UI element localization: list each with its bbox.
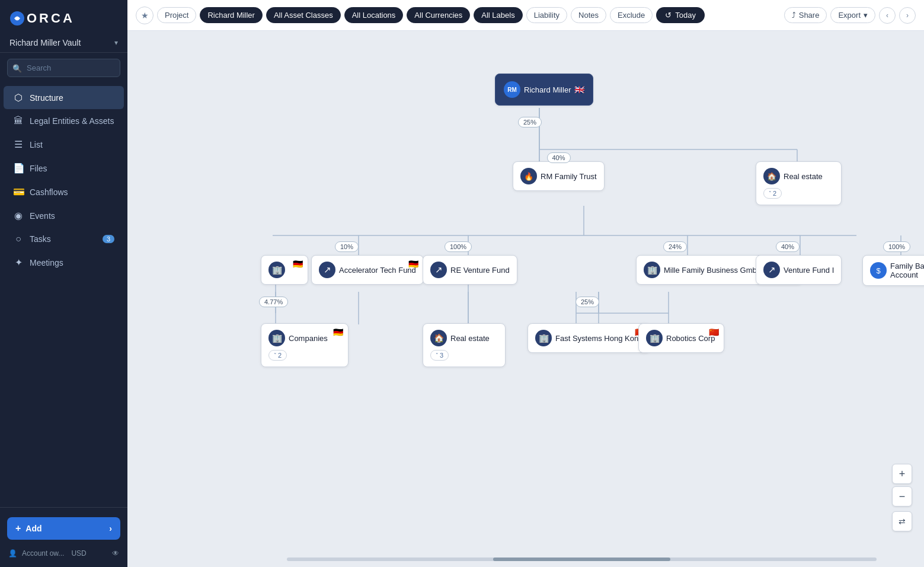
share-label: Share — [799, 11, 820, 20]
bank-icon: $ — [870, 262, 887, 279]
add-button[interactable]: + Add › — [7, 517, 120, 540]
companies-expand-badge[interactable]: ˅ 2 — [268, 350, 287, 361]
connections-svg — [127, 31, 924, 567]
pct-40-rm-family: 40% — [546, 152, 570, 163]
logo-area: ORCA — [0, 0, 127, 33]
project-button[interactable]: Project — [157, 7, 196, 23]
richard-miller-node[interactable]: RM Richard Miller 🇬🇧 — [495, 74, 593, 106]
canvas-scrollbar-thumb[interactable] — [493, 558, 670, 561]
re-bot-expand-chevron-icon: ˅ — [436, 352, 439, 358]
star-button[interactable]: ★ — [136, 7, 154, 24]
companies-node[interactable]: 🇩🇪 🏢 Companies ˅ 2 — [261, 323, 349, 367]
structure-canvas[interactable]: RM Richard Miller 🇬🇧 25% 40% 🔥 RM Family… — [127, 31, 924, 567]
visibility-icon[interactable]: 👁 — [112, 549, 119, 558]
rm-family-trust-title: RM Family Trust — [541, 172, 597, 181]
fire-icon: 🔥 — [520, 168, 537, 184]
building-icon-partial: 🏢 — [268, 262, 285, 278]
building-icon-companies: 🏢 — [268, 330, 285, 346]
pct-24-mille: 24% — [663, 241, 687, 252]
add-arrow-icon: › — [109, 524, 112, 533]
sidebar-item-label: Files — [30, 164, 47, 173]
sidebar-item-label: Meetings — [30, 258, 63, 267]
exclude-button[interactable]: Exclude — [610, 7, 653, 23]
re-venture-node[interactable]: ↗ RE Venture Fund — [423, 255, 517, 285]
sidebar-item-files[interactable]: 📄 Files — [4, 157, 124, 180]
rm-avatar: RM — [504, 81, 520, 98]
sidebar-item-list[interactable]: ☰ List — [4, 133, 124, 156]
sidebar-item-label: Tasks — [30, 234, 51, 244]
pct-10-accelerator: 10% — [335, 241, 359, 252]
currencies-filter[interactable]: All Currencies — [407, 7, 470, 23]
files-icon: 📄 — [13, 163, 24, 174]
project-label: Project — [165, 11, 188, 20]
sidebar-item-events[interactable]: ◉ Events — [4, 204, 124, 227]
locations-label: All Locations — [352, 11, 396, 20]
re-venture-title: RE Venture Fund — [450, 266, 510, 275]
cn-flag-icon: 🇨🇳 — [709, 327, 719, 337]
vault-selector[interactable]: Richard Miller Vault ▾ — [0, 33, 127, 53]
real-estate-expand-badge[interactable]: ˅ 2 — [763, 188, 782, 199]
richard-miller-filter[interactable]: Richard Miller — [200, 7, 262, 23]
zoom-in-button[interactable]: + — [892, 464, 912, 484]
exclude-label: Exclude — [618, 11, 645, 20]
partial-left-node[interactable]: 🇩🇪 🏢 — [261, 255, 308, 285]
today-button[interactable]: ↺ Today — [656, 7, 705, 23]
robotics-corp-node[interactable]: 🇨🇳 🏢 Robotics Corp — [638, 323, 724, 353]
sidebar-item-label: Legal Entities & Assets — [30, 116, 114, 126]
zoom-controls: + − ⇄ — [892, 464, 912, 531]
real-estate-top-node[interactable]: 🏠 Real estate ˅ 2 — [756, 161, 842, 205]
sidebar-item-meetings[interactable]: ✦ Meetings — [4, 251, 124, 274]
main-content: ★ Project Richard Miller All Asset Class… — [127, 0, 924, 567]
canvas-scrollbar[interactable] — [287, 558, 877, 561]
canvas-settings-button[interactable]: ⇄ — [892, 511, 912, 531]
labels-label: All Labels — [481, 11, 514, 20]
sidebar-item-legal[interactable]: 🏛 Legal Entities & Assets — [4, 110, 124, 132]
pct-25-top: 25% — [518, 117, 542, 128]
pct-40-venture: 40% — [776, 241, 800, 252]
growth-icon-acc: ↗ — [319, 262, 335, 278]
nav-forward-button[interactable]: › — [899, 7, 916, 24]
tasks-icon: ○ — [13, 234, 24, 244]
asset-classes-label: All Asset Classes — [274, 11, 333, 20]
real-estate-bot-node[interactable]: 🏠 Real estate ˅ 3 — [423, 323, 506, 367]
family-bank-title: Family Bank Account — [890, 262, 924, 279]
liability-button[interactable]: Liability — [526, 7, 567, 23]
accelerator-node[interactable]: 🇩🇪 ↗ Accelerator Tech Fund — [311, 255, 424, 285]
sidebar-bottom: + Add › 👤 Account ow... USD 👁 — [0, 507, 127, 567]
rm-family-trust-node[interactable]: 40% 🔥 RM Family Trust — [513, 161, 605, 191]
notes-button[interactable]: Notes — [571, 7, 606, 23]
logo-text: ORCA — [27, 11, 75, 26]
share-button[interactable]: ⤴ Share — [784, 7, 827, 23]
companies-title: Companies — [289, 334, 328, 343]
account-label: Account ow... — [22, 549, 64, 558]
uk-flag-icon: 🇬🇧 — [574, 85, 584, 94]
sidebar-item-structure[interactable]: ⬡ Structure — [4, 86, 124, 109]
expand-count: 2 — [773, 190, 776, 197]
zoom-out-button[interactable]: − — [892, 486, 912, 507]
sidebar-item-cashflows[interactable]: 💳 Cashflows — [4, 180, 124, 203]
account-row: 👤 Account ow... USD 👁 — [0, 544, 127, 562]
currency-label: USD — [71, 549, 86, 558]
export-button[interactable]: Export ▾ — [830, 7, 875, 23]
companies-expand-chevron-icon: ˅ — [274, 352, 277, 358]
toolbar: ★ Project Richard Miller All Asset Class… — [127, 0, 924, 31]
vault-name: Richard Miller Vault — [9, 38, 81, 47]
locations-filter[interactable]: All Locations — [344, 7, 404, 23]
venture-fund-node[interactable]: ↗ Venture Fund I — [756, 255, 842, 285]
liability-label: Liability — [534, 11, 559, 20]
nav-back-button[interactable]: ‹ — [879, 7, 896, 24]
real-estate-bot-expand-badge[interactable]: ˅ 3 — [430, 350, 449, 361]
pct-100-family-bank: 100% — [883, 241, 910, 252]
building-icon-mille: 🏢 — [644, 262, 660, 278]
asset-classes-filter[interactable]: All Asset Classes — [266, 7, 341, 23]
fast-systems-node[interactable]: 🇭🇰 🏢 Fast Systems Hong Kong — [527, 323, 650, 353]
search-input[interactable] — [7, 59, 120, 77]
labels-filter[interactable]: All Labels — [474, 7, 522, 23]
export-chevron-icon: ▾ — [864, 11, 868, 20]
account-user-icon: 👤 — [8, 549, 17, 558]
currencies-label: All Currencies — [414, 11, 462, 20]
cashflows-icon: 💳 — [13, 186, 24, 198]
sidebar-item-tasks[interactable]: ○ Tasks 3 — [4, 228, 124, 250]
legal-icon: 🏛 — [13, 116, 24, 126]
family-bank-node[interactable]: + $ Family Bank Account — [862, 255, 924, 286]
